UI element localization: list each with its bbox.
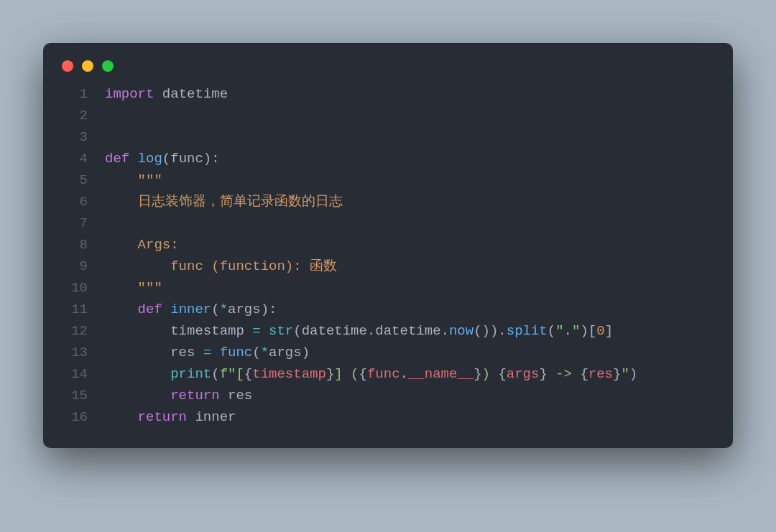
code-token: datetime (162, 86, 228, 102)
code-token (154, 86, 162, 102)
code-token: } (326, 366, 334, 382)
code-line[interactable]: 2 (56, 105, 714, 126)
canvas-background: 1import datetime234def log(func):5 """6 … (0, 0, 776, 532)
code-line[interactable]: 10 """ (56, 277, 714, 299)
code-token: )[ (580, 323, 596, 339)
code-token: ) (302, 345, 310, 360)
code-token: return (138, 409, 187, 425)
code-token: args (228, 302, 261, 317)
code-token (105, 194, 138, 210)
code-line[interactable]: 13 res = func(*args) (56, 342, 714, 363)
line-number: 9 (56, 256, 105, 277)
code-line[interactable]: 7 (56, 213, 714, 234)
code-editor[interactable]: 1import datetime234def log(func):5 """6 … (43, 79, 733, 431)
code-line[interactable]: 15 return res (56, 385, 714, 406)
code-token: func (function): 函数 (170, 258, 337, 274)
code-token: func (170, 151, 203, 167)
code-content[interactable]: 日志装饰器，简单记录函数的日志 (105, 191, 714, 213)
code-line[interactable]: 5 """ (56, 169, 714, 191)
code-token: """ (138, 172, 162, 188)
code-line[interactable]: 11 def inner(*args): (56, 299, 714, 320)
code-content[interactable]: res = func(*args) (105, 342, 714, 363)
code-token: print (170, 366, 211, 382)
line-number: 4 (56, 148, 105, 169)
code-token (105, 323, 170, 339)
code-token: ] (605, 323, 613, 339)
code-content[interactable]: Args: (105, 234, 714, 256)
code-token (105, 388, 170, 403)
code-token: } (613, 366, 621, 382)
code-token: res (228, 388, 252, 403)
code-token: func (367, 366, 400, 382)
code-token: } (474, 366, 481, 382)
code-token: """ (138, 280, 162, 296)
zoom-icon[interactable] (102, 60, 114, 72)
code-token (220, 388, 228, 403)
line-number: 10 (56, 277, 105, 299)
code-line[interactable]: 6 日志装饰器，简单记录函数的日志 (56, 191, 714, 213)
close-icon[interactable] (62, 60, 73, 72)
code-token (187, 409, 195, 425)
code-token: str (269, 323, 293, 339)
code-content[interactable]: return res (105, 385, 714, 406)
code-content[interactable]: def inner(*args): (105, 299, 714, 320)
code-token: = (203, 345, 211, 360)
code-token: timestamp (252, 366, 326, 382)
code-token: 日志装饰器，简单记录函数的日志 (138, 194, 343, 210)
code-content[interactable]: import datetime (105, 83, 714, 105)
code-content[interactable]: return inner (105, 406, 714, 428)
code-token: ( (162, 151, 170, 167)
code-content[interactable]: """ (105, 169, 714, 191)
code-token: args (269, 345, 302, 360)
code-line[interactable]: 14 print(f"[{timestamp}] ({func.__name__… (56, 363, 714, 385)
code-token: log (138, 151, 162, 167)
code-token (105, 366, 170, 382)
code-token: inner (170, 302, 211, 317)
code-token: __name__ (408, 366, 474, 382)
code-token: ): (261, 302, 277, 317)
code-line[interactable]: 12 timestamp = str(datetime.datetime.now… (56, 320, 714, 342)
code-line[interactable]: 16 return inner (56, 406, 714, 428)
code-line[interactable]: 8 Args: (56, 234, 714, 256)
minimize-icon[interactable] (82, 60, 93, 72)
code-token: now (449, 323, 474, 339)
line-number: 16 (56, 406, 105, 428)
line-number: 14 (56, 363, 105, 385)
code-line[interactable]: 3 (56, 126, 714, 148)
code-token (105, 345, 170, 360)
code-token: . (367, 323, 375, 339)
code-line[interactable]: 4def log(func): (56, 148, 714, 169)
code-content[interactable]: """ (105, 277, 714, 299)
code-token (211, 345, 219, 360)
code-token: ( (548, 323, 555, 339)
code-token: import (105, 86, 154, 102)
line-number: 2 (56, 105, 105, 126)
code-token: ( (211, 366, 219, 382)
code-content[interactable]: print(f"[{timestamp}] ({func.__name__}) … (105, 363, 714, 385)
code-token: Args: (138, 237, 179, 253)
code-line[interactable]: 9 func (function): 函数 (56, 256, 714, 277)
code-token: = (252, 323, 260, 339)
code-token: args (507, 366, 540, 382)
code-content[interactable]: timestamp = str(datetime.datetime.now())… (105, 320, 714, 342)
code-token (261, 323, 269, 339)
code-token: datetime (302, 323, 367, 339)
code-content[interactable]: func (function): 函数 (105, 256, 714, 277)
code-token: ) (629, 366, 637, 382)
code-token: . (400, 366, 408, 382)
code-token: datetime (375, 323, 440, 339)
code-token: 0 (596, 323, 604, 339)
code-token: func (220, 345, 253, 360)
code-token: * (220, 302, 228, 317)
code-token (129, 151, 137, 167)
code-token (105, 258, 170, 274)
code-token (105, 409, 138, 425)
code-token: . (441, 323, 449, 339)
line-number: 13 (56, 342, 105, 363)
code-token: inner (195, 409, 236, 425)
code-token: "." (555, 323, 580, 339)
code-content[interactable]: def log(func): (105, 148, 714, 169)
line-number: 5 (56, 169, 105, 191)
code-line[interactable]: 1import datetime (56, 83, 714, 105)
code-token: ] ( (334, 366, 359, 382)
